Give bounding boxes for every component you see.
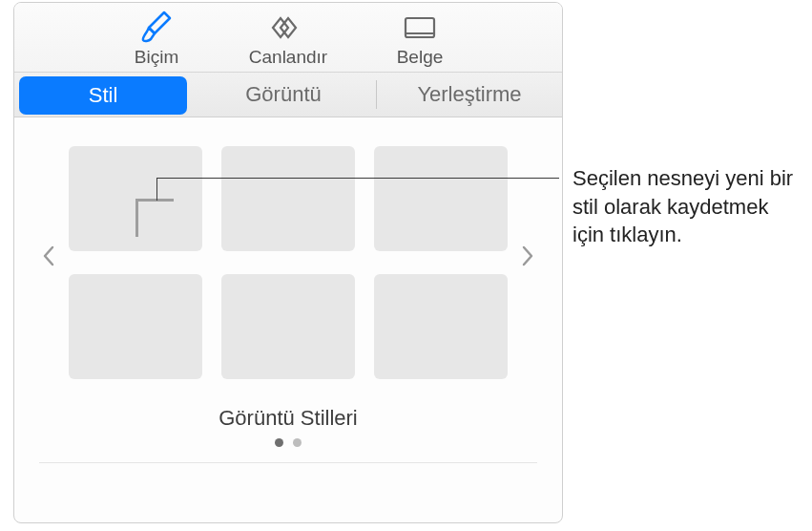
chevron-left-icon (42, 244, 55, 273)
brush-icon (134, 9, 179, 47)
style-preset[interactable] (374, 146, 508, 251)
format-toolbar-button[interactable]: Biçim (99, 9, 214, 68)
animate-label: Canlandır (249, 47, 327, 68)
style-preset[interactable] (221, 274, 355, 379)
document-toolbar-button[interactable]: Belge (363, 9, 477, 68)
document-label: Belge (397, 47, 444, 68)
style-preset[interactable] (221, 146, 355, 251)
chevron-right-icon (521, 244, 534, 273)
callout-leader-line (156, 178, 157, 201)
callout-leader-line (156, 178, 559, 179)
page-dot[interactable] (293, 438, 302, 447)
styles-section-title: Görüntü Stilleri (14, 406, 562, 431)
tab-image-label: Görüntü (245, 82, 322, 107)
style-preset[interactable] (374, 274, 508, 379)
styles-next-button[interactable] (515, 229, 540, 287)
animate-toolbar-button[interactable]: Canlandır (231, 9, 345, 68)
tab-bar: Stil Görüntü Yerleştirme (14, 72, 562, 117)
diamond-icon (265, 9, 311, 47)
tab-arrange-label: Yerleştirme (417, 82, 521, 107)
tab-image[interactable]: Görüntü (191, 73, 376, 117)
format-label: Biçim (135, 47, 178, 68)
callout-text: Seçilen nesneyi yeni bir stil olarak kay… (573, 164, 802, 249)
tab-style-label: Stil (89, 83, 118, 108)
tab-arrange[interactable]: Yerleştirme (377, 73, 562, 117)
toolbar: Biçim Canlandır Belge (14, 3, 562, 72)
style-grid (61, 129, 515, 387)
style-grid-wrapper (14, 129, 562, 387)
divider (39, 462, 537, 463)
style-preset[interactable] (69, 274, 202, 379)
tab-style[interactable]: Stil (19, 76, 187, 115)
add-style-button[interactable] (69, 146, 202, 251)
styles-prev-button[interactable] (36, 229, 61, 287)
inspector-panel: Biçim Canlandır Belge Stil (13, 2, 563, 523)
page-indicator (14, 438, 562, 447)
document-icon (397, 9, 443, 47)
style-content: Görüntü Stilleri (14, 117, 562, 463)
page-dot[interactable] (275, 438, 283, 447)
